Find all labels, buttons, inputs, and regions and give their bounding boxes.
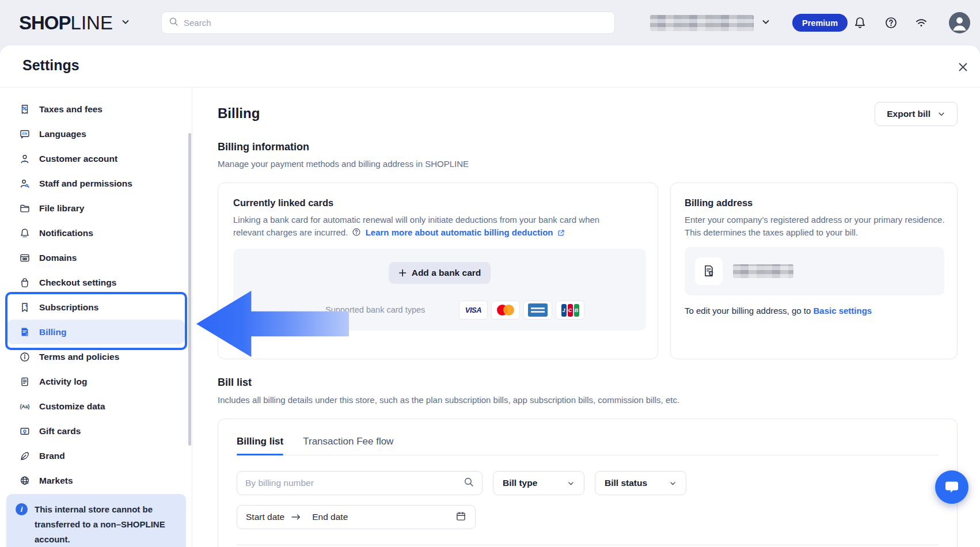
network-status-icon[interactable] [913, 14, 929, 31]
braces-aa-icon: {Aa} [19, 401, 31, 412]
globe-pin-icon [19, 475, 31, 487]
bill-list-heading: Bill list [218, 377, 252, 389]
amex-logo [523, 301, 552, 320]
plus-icon [398, 269, 407, 277]
address-redacted [733, 264, 793, 278]
billing-address-value [685, 247, 944, 295]
end-date-field[interactable]: End date [312, 512, 348, 522]
sidebar-item-customer-account[interactable]: Customer account [0, 146, 192, 171]
search-input[interactable] [184, 18, 607, 28]
account-avatar[interactable] [949, 12, 970, 33]
search-icon [464, 477, 474, 489]
brand-leaf-icon [19, 450, 31, 462]
browser-infinity-icon [19, 252, 31, 264]
chevron-down-icon [567, 480, 575, 487]
date-range-picker[interactable]: Start date End date [237, 505, 476, 529]
billing-content: Billing Export bill Billing information … [192, 88, 980, 547]
sidebar-item-notifications[interactable]: Notifications [0, 221, 192, 245]
svg-text:{Aa}: {Aa} [20, 404, 31, 409]
svg-text:EN: EN [22, 132, 27, 135]
receipt-tax-icon [19, 104, 31, 115]
chat-launcher-button[interactable] [935, 470, 968, 504]
shopline-admin: SHOPLINE Premium [0, 0, 980, 547]
sidebar-item-checkout-settings[interactable]: Checkout settings [0, 270, 192, 295]
store-logo-switcher[interactable]: SHOPLINE [19, 10, 130, 36]
folder-icon [19, 203, 31, 214]
premium-badge[interactable]: Premium [792, 14, 848, 32]
calendar-icon [455, 511, 466, 524]
billing-information-subtitle: Manage your payment methods and billing … [218, 159, 469, 169]
help-icon[interactable] [883, 14, 899, 31]
bill-list-subtitle: Includes all billing details under this … [218, 395, 679, 405]
sidebar-item-taxes-and-fees[interactable]: Taxes and fees [0, 97, 192, 121]
card-brand-logos: VISA JCB [459, 301, 584, 320]
start-date-field[interactable]: Start date [246, 512, 284, 522]
arrow-right-icon [291, 514, 301, 521]
settings-sidebar: Taxes and fees EN Languages Customer acc… [0, 88, 192, 547]
bill-status-select[interactable]: Bill status [595, 471, 686, 495]
settings-header: Settings [0, 45, 980, 88]
tab-billing-list[interactable]: Billing list [237, 436, 283, 455]
billing-address-edit-hint: To edit your billing address, go to Basi… [685, 306, 943, 316]
sidebar-item-file-library[interactable]: File library [0, 196, 192, 221]
table-divider [237, 545, 939, 545]
sidebar-item-domains[interactable]: Domains [0, 245, 192, 270]
internal-store-notice: i This internal store cannot be transfer… [6, 494, 186, 547]
sidebar-item-activity-log[interactable]: Activity log [0, 369, 192, 394]
page-title: Settings [22, 57, 79, 74]
bill-list-filters: Bill type Bill status [237, 471, 939, 495]
billing-address-description: Enter your company’s registered address … [685, 214, 947, 239]
bill-type-select[interactable]: Bill type [493, 471, 584, 495]
notifications-bell-icon[interactable] [852, 14, 868, 31]
sidebar-item-subscriptions[interactable]: Subscriptions [0, 295, 192, 320]
mastercard-logo [491, 301, 520, 320]
sidebar-item-markets[interactable]: Markets [0, 468, 192, 493]
global-search[interactable] [161, 12, 615, 34]
store-name-redacted[interactable] [650, 15, 754, 31]
sidebar-item-staff-and-permissions[interactable]: Staff and permissions [0, 171, 192, 196]
billing-address-card: Billing address Enter your company’s reg… [670, 183, 958, 359]
add-bank-card-button[interactable]: Add a bank card [389, 262, 491, 284]
linked-cards-description: Linking a bank card for automatic renewa… [233, 214, 625, 240]
sidebar-item-terms-and-policies[interactable]: Terms and policies [0, 344, 192, 369]
top-bar: SHOPLINE Premium [0, 0, 980, 45]
shopping-bag-icon [19, 277, 31, 288]
billing-number-search[interactable] [237, 471, 483, 495]
language-bubble-icon: EN [19, 128, 31, 140]
sidebar-item-brand[interactable]: Brand [0, 443, 192, 468]
bill-list-tabbar: Billing list Transaction Fee flow [237, 419, 939, 455]
linked-cards-title: Currently linked cards [233, 197, 643, 208]
linked-cards-empty-zone: Add a bank card Supported bank card type… [233, 249, 646, 331]
gift-card-icon [19, 426, 31, 437]
chevron-down-icon[interactable] [761, 17, 770, 29]
settings-panel: Settings Taxes and fees EN Languages [0, 45, 980, 547]
billing-document-icon [19, 326, 31, 338]
sidebar-item-gift-cards[interactable]: Gift cards [0, 419, 192, 443]
sidebar-item-billing[interactable]: Billing [7, 320, 185, 344]
tab-transaction-fee-flow[interactable]: Transaction Fee flow [303, 436, 393, 455]
person-key-icon [19, 178, 31, 189]
chevron-down-icon [937, 110, 945, 118]
billing-address-title: Billing address [685, 197, 943, 208]
basic-settings-link[interactable]: Basic settings [813, 306, 872, 316]
sidebar-item-languages[interactable]: EN Languages [0, 121, 192, 146]
help-circle-icon[interactable] [352, 227, 361, 240]
info-icon: i [16, 503, 28, 515]
close-icon[interactable] [956, 60, 970, 74]
shopline-logo: SHOPLINE [19, 12, 113, 34]
sidebar-scrollbar[interactable] [188, 133, 191, 446]
external-link-icon [557, 227, 565, 240]
export-bill-button[interactable]: Export bill [875, 102, 958, 126]
info-circle-icon [19, 351, 31, 363]
learn-more-automatic-billing-link[interactable]: Learn more about automatic billing deduc… [366, 227, 567, 237]
bill-list-card: Billing list Transaction Fee flow Bill t… [218, 419, 958, 547]
chat-bubble-icon [944, 479, 960, 495]
sidebar-item-customize-data[interactable]: {Aa} Customize data [0, 394, 192, 419]
supported-card-types-label: Supported bank card types [325, 305, 425, 314]
person-icon [19, 153, 31, 165]
billing-information-heading: Billing information [218, 141, 309, 153]
billing-number-input[interactable] [245, 478, 464, 488]
linked-cards-card: Currently linked cards Linking a bank ca… [218, 183, 658, 359]
billing-title: Billing [218, 105, 260, 121]
address-document-icon [695, 257, 723, 285]
